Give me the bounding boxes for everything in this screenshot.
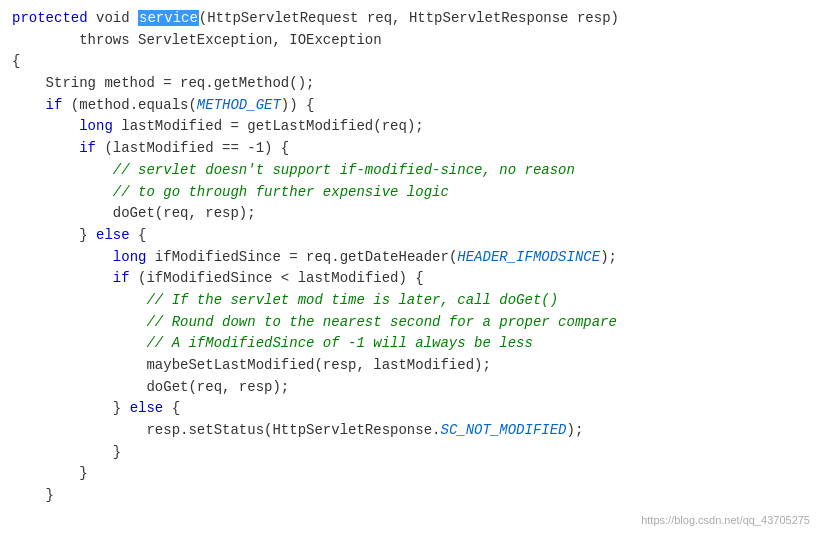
code-token: (method.equals( xyxy=(62,97,196,113)
code-line: throws ServletException, IOException xyxy=(12,30,810,52)
code-line: protected void service(HttpServletReques… xyxy=(12,8,810,30)
code-line: } xyxy=(12,485,810,507)
code-line: long ifModifiedSince = req.getDateHeader… xyxy=(12,247,810,269)
code-token xyxy=(12,140,79,156)
code-token: )) { xyxy=(281,97,315,113)
code-token: protected xyxy=(12,10,88,26)
code-line: doGet(req, resp); xyxy=(12,377,810,399)
code-line: } else { xyxy=(12,225,810,247)
code-token: // Round down to the nearest second for … xyxy=(12,314,617,330)
code-line: if (method.equals(METHOD_GET)) { xyxy=(12,95,810,117)
watermark: https://blog.csdn.net/qq_43705275 xyxy=(641,512,810,529)
code-line: } xyxy=(12,463,810,485)
code-line: // to go through further expensive logic xyxy=(12,182,810,204)
code-token: } xyxy=(12,227,96,243)
code-token: long xyxy=(79,118,113,134)
code-token: (ifModifiedSince < lastModified) { xyxy=(130,270,424,286)
code-token: (HttpServletRequest req, HttpServletResp… xyxy=(199,10,619,26)
code-token xyxy=(12,97,46,113)
code-line: doGet(req, resp); xyxy=(12,203,810,225)
code-token: lastModified = getLastModified(req); xyxy=(113,118,424,134)
code-line: String method = req.getMethod(); xyxy=(12,73,810,95)
code-token xyxy=(12,118,79,134)
code-line: resp.setStatus(HttpServletResponse.SC_NO… xyxy=(12,420,810,442)
code-token: // to go through further expensive logic xyxy=(12,184,449,200)
code-line: // A ifModifiedSince of -1 will always b… xyxy=(12,333,810,355)
code-line: // servlet doesn't support if-modified-s… xyxy=(12,160,810,182)
code-token: SC_NOT_MODIFIED xyxy=(440,422,566,438)
code-line: if (ifModifiedSince < lastModified) { xyxy=(12,268,810,290)
code-token: if xyxy=(79,140,96,156)
code-token: { xyxy=(163,400,180,416)
code-content: protected void service(HttpServletReques… xyxy=(12,8,810,507)
code-token: ); xyxy=(567,422,584,438)
code-token: void xyxy=(88,10,138,26)
code-viewer: protected void service(HttpServletReques… xyxy=(0,0,822,537)
code-token: long xyxy=(113,249,147,265)
code-token: if xyxy=(113,270,130,286)
code-line: maybeSetLastModified(resp, lastModified)… xyxy=(12,355,810,377)
code-token: METHOD_GET xyxy=(197,97,281,113)
code-token: ifModifiedSince = req.getDateHeader( xyxy=(146,249,457,265)
code-token xyxy=(12,249,113,265)
code-token: HEADER_IFMODSINCE xyxy=(457,249,600,265)
code-token xyxy=(12,270,113,286)
code-token: // A ifModifiedSince of -1 will always b… xyxy=(12,335,533,351)
code-token: ); xyxy=(600,249,617,265)
code-line: } xyxy=(12,442,810,464)
code-token: resp.setStatus(HttpServletResponse. xyxy=(12,422,440,438)
code-token: else xyxy=(130,400,164,416)
code-token: } xyxy=(12,400,130,416)
code-token: // servlet doesn't support if-modified-s… xyxy=(12,162,575,178)
code-token: service xyxy=(138,10,199,26)
code-line: // Round down to the nearest second for … xyxy=(12,312,810,334)
code-token: // If the servlet mod time is later, cal… xyxy=(12,292,558,308)
code-line: if (lastModified == -1) { xyxy=(12,138,810,160)
code-line: } else { xyxy=(12,398,810,420)
code-token: { xyxy=(130,227,147,243)
code-line: { xyxy=(12,51,810,73)
code-line: // If the servlet mod time is later, cal… xyxy=(12,290,810,312)
code-token: (lastModified == -1) { xyxy=(96,140,289,156)
code-line: long lastModified = getLastModified(req)… xyxy=(12,116,810,138)
code-token: else xyxy=(96,227,130,243)
code-token: if xyxy=(46,97,63,113)
